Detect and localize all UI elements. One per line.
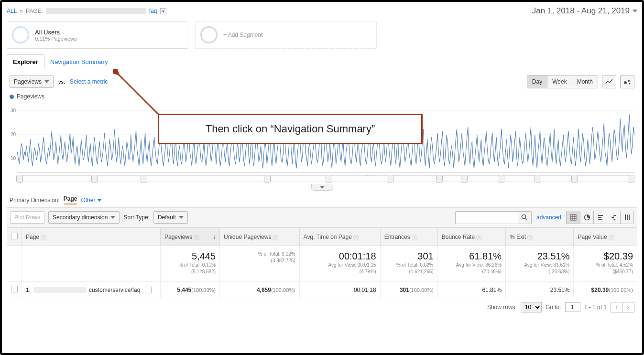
segment-ring-icon [200, 26, 218, 43]
granularity-week[interactable]: Week [547, 75, 571, 88]
summary-row: 5,445% of Total: 0.11%(5,128,882) % of T… [7, 246, 637, 282]
row-checkbox[interactable] [11, 286, 18, 292]
caret-down-icon [110, 216, 115, 219]
select-metric-link[interactable]: Select a metric [70, 78, 108, 85]
view-comparison[interactable] [607, 211, 620, 224]
breadcrumb-all[interactable]: ALL [7, 8, 17, 14]
segment-subtitle: 0.11% Pageviews [35, 36, 76, 42]
expand-chart-button[interactable] [311, 184, 333, 191]
page-range: 1 - 1 of 1 [584, 304, 607, 311]
breadcrumb-page-redacted [46, 8, 146, 14]
slider-handle-left[interactable] [16, 175, 23, 183]
breadcrumb-page-suffix: faq [149, 8, 157, 14]
vs-label: vs. [58, 79, 65, 85]
caret-down-icon [44, 80, 49, 83]
svg-rect-12 [570, 215, 576, 220]
dimension-page[interactable]: Page [64, 195, 77, 204]
slider-tick [141, 175, 147, 183]
secondary-dimension-dropdown[interactable]: Secondary dimension [48, 211, 120, 224]
open-page-icon[interactable] [145, 287, 152, 293]
segment-title: All Users [35, 29, 76, 36]
add-segment-label: + Add Segment [223, 32, 262, 38]
col-entrances[interactable]: Entrances? [380, 228, 437, 246]
slider-tick [436, 175, 443, 183]
col-page-value[interactable]: Page Value? [574, 228, 637, 246]
col-unique-pageviews[interactable]: Unique Pageviews? [220, 228, 300, 246]
select-all-checkbox[interactable] [11, 233, 18, 239]
help-icon[interactable]: ? [273, 235, 278, 240]
segment-all-users[interactable]: All Users 0.11% Pageviews [7, 21, 188, 49]
granularity-month[interactable]: Month [572, 75, 598, 88]
col-bounce-rate[interactable]: Bounce Rate? [437, 228, 505, 246]
help-icon[interactable]: ? [527, 235, 533, 240]
pie-icon [584, 214, 590, 221]
search-button[interactable] [518, 212, 531, 224]
help-icon[interactable]: ? [412, 235, 417, 240]
motion-chart-toggle[interactable] [620, 75, 634, 88]
sort-desc-icon: ↓ [213, 234, 216, 240]
breadcrumb-dropdown[interactable]: ▾ [160, 8, 166, 14]
slider-tick [571, 175, 578, 183]
slider-tick [461, 175, 468, 183]
next-page[interactable]: › [622, 302, 634, 312]
bubble-icon [623, 78, 631, 85]
table-row[interactable]: 1. customerservice/faq 5,445(100.00%) 4,… [7, 282, 637, 298]
col-page[interactable]: Page? [22, 228, 161, 246]
goto-label: Go to: [546, 304, 561, 311]
tab-navigation-summary[interactable]: Navigation Summary [44, 55, 114, 69]
legend-dot [10, 95, 14, 99]
view-pivot[interactable] [620, 211, 633, 224]
caret-down-icon [320, 186, 325, 189]
row-page-path: customerservice/faq [89, 287, 140, 293]
segment-ring-icon [12, 26, 29, 43]
add-segment-button[interactable]: + Add Segment [195, 21, 377, 49]
primary-metric-dropdown[interactable]: Pageviews [10, 75, 54, 88]
help-icon[interactable]: ? [476, 235, 482, 240]
breadcrumb-page-label: PAGE: [26, 8, 43, 14]
sort-type-dropdown[interactable]: Default [153, 211, 188, 224]
svg-line-11 [525, 218, 527, 220]
svg-text:20: 20 [11, 132, 16, 137]
primary-metric-label: Pageviews [14, 78, 42, 85]
annotation-callout: Then click on “Navigation Summary” [158, 114, 423, 144]
svg-point-10 [522, 215, 526, 219]
col-pct-exit[interactable]: % Exit? [506, 228, 574, 246]
help-icon[interactable]: ? [194, 235, 199, 240]
slider-handle-right[interactable] [628, 175, 634, 183]
col-avg-time[interactable]: Avg. Time on Page? [299, 228, 380, 246]
granularity-day[interactable]: Day [527, 75, 547, 88]
granularity-group: Day Week Month [527, 75, 598, 88]
prev-page[interactable]: ‹ [611, 302, 622, 312]
chart-type-toggle[interactable] [602, 75, 616, 88]
date-range-picker[interactable]: Jan 1, 2018 - Aug 21, 2019 [532, 6, 637, 16]
table-icon [570, 214, 577, 221]
dimension-other[interactable]: Other [81, 197, 101, 204]
primary-dimension-label: Primary Dimension: [10, 197, 60, 204]
svg-point-1 [628, 80, 630, 82]
show-rows-select[interactable]: 10 [521, 302, 542, 312]
search-box [455, 211, 532, 224]
row-number: 1. [26, 287, 31, 293]
advanced-link[interactable]: advanced [536, 214, 561, 221]
view-performance[interactable] [593, 211, 607, 224]
plot-rows-button: Plot Rows [10, 211, 44, 224]
caret-down-icon [97, 199, 102, 202]
comparison-icon [611, 214, 617, 221]
caret-down-icon [633, 10, 637, 12]
time-range-slider[interactable] [17, 175, 633, 182]
date-range-text: Jan 1, 2018 - Aug 21, 2019 [532, 6, 630, 16]
help-icon[interactable]: ? [41, 235, 46, 240]
goto-input[interactable] [565, 302, 580, 312]
svg-text:30: 30 [11, 108, 16, 113]
legend-label: Pageviews [17, 93, 44, 100]
help-icon[interactable]: ? [609, 235, 614, 240]
pivot-icon [624, 214, 631, 221]
help-icon[interactable]: ? [353, 235, 359, 240]
col-pageviews[interactable]: Pageviews?↓ [161, 228, 220, 246]
tab-explorer[interactable]: Explorer [7, 54, 44, 69]
search-input[interactable] [456, 212, 518, 224]
slider-tick [387, 175, 393, 183]
svg-text:10: 10 [11, 156, 16, 161]
view-table[interactable] [567, 211, 580, 224]
view-pie[interactable] [580, 211, 593, 224]
